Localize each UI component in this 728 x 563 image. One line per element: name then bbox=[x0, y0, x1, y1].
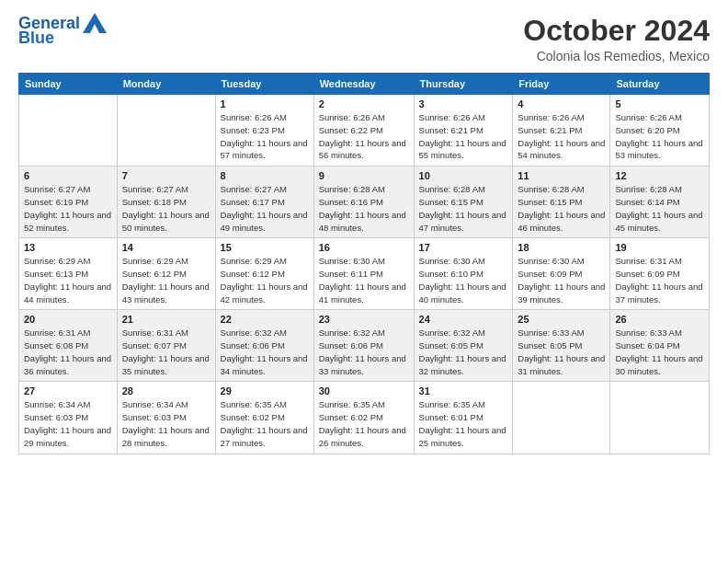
day-number: 19 bbox=[615, 242, 704, 253]
calendar-cell: 29Sunrise: 6:35 AM Sunset: 6:02 PM Dayli… bbox=[215, 382, 313, 454]
header-cell: Thursday bbox=[414, 74, 513, 95]
calendar-cell: 17Sunrise: 6:30 AM Sunset: 6:10 PM Dayli… bbox=[414, 238, 513, 310]
title-block: October 2024 Colonia los Remedios, Mexic… bbox=[523, 15, 710, 63]
day-number: 17 bbox=[419, 242, 508, 253]
calendar-cell: 21Sunrise: 6:31 AM Sunset: 6:07 PM Dayli… bbox=[117, 310, 215, 382]
day-number: 25 bbox=[518, 314, 605, 325]
calendar-cell: 5Sunrise: 6:26 AM Sunset: 6:20 PM Daylig… bbox=[610, 95, 710, 167]
calendar-cell: 8Sunrise: 6:27 AM Sunset: 6:17 PM Daylig… bbox=[215, 167, 313, 238]
day-info: Sunrise: 6:34 AM Sunset: 6:03 PM Dayligh… bbox=[24, 398, 112, 449]
calendar-cell: 19Sunrise: 6:31 AM Sunset: 6:09 PM Dayli… bbox=[610, 238, 710, 310]
day-info: Sunrise: 6:27 AM Sunset: 6:18 PM Dayligh… bbox=[122, 183, 210, 234]
calendar-cell: 18Sunrise: 6:30 AM Sunset: 6:09 PM Dayli… bbox=[513, 238, 610, 310]
logo-icon bbox=[83, 13, 107, 33]
day-info: Sunrise: 6:29 AM Sunset: 6:12 PM Dayligh… bbox=[221, 255, 309, 305]
day-number: 11 bbox=[518, 170, 605, 181]
day-info: Sunrise: 6:33 AM Sunset: 6:04 PM Dayligh… bbox=[615, 327, 704, 377]
day-info: Sunrise: 6:28 AM Sunset: 6:14 PM Dayligh… bbox=[615, 183, 704, 234]
day-info: Sunrise: 6:26 AM Sunset: 6:21 PM Dayligh… bbox=[518, 111, 605, 162]
day-number: 16 bbox=[319, 242, 409, 253]
day-number: 28 bbox=[122, 385, 210, 396]
day-info: Sunrise: 6:28 AM Sunset: 6:16 PM Dayligh… bbox=[319, 183, 409, 234]
day-number: 20 bbox=[24, 314, 112, 325]
day-number: 27 bbox=[24, 385, 112, 396]
calendar-cell: 1Sunrise: 6:26 AM Sunset: 6:23 PM Daylig… bbox=[215, 95, 313, 167]
calendar-cell: 23Sunrise: 6:32 AM Sunset: 6:06 PM Dayli… bbox=[313, 310, 414, 382]
day-number: 3 bbox=[419, 98, 508, 109]
calendar-row: 27Sunrise: 6:34 AM Sunset: 6:03 PM Dayli… bbox=[19, 382, 710, 454]
day-number: 4 bbox=[518, 98, 605, 109]
day-info: Sunrise: 6:26 AM Sunset: 6:23 PM Dayligh… bbox=[221, 111, 309, 162]
day-number: 15 bbox=[221, 242, 309, 253]
day-info: Sunrise: 6:35 AM Sunset: 6:02 PM Dayligh… bbox=[221, 398, 309, 449]
month-title: October 2024 bbox=[523, 15, 710, 47]
page: General Blue October 2024 Colonia los Re… bbox=[0, 0, 728, 563]
calendar-cell: 4Sunrise: 6:26 AM Sunset: 6:21 PM Daylig… bbox=[513, 95, 610, 167]
calendar-cell: 22Sunrise: 6:32 AM Sunset: 6:06 PM Dayli… bbox=[215, 310, 313, 382]
calendar-cell: 11Sunrise: 6:28 AM Sunset: 6:15 PM Dayli… bbox=[513, 167, 610, 238]
calendar-row: 20Sunrise: 6:31 AM Sunset: 6:08 PM Dayli… bbox=[19, 310, 710, 382]
day-info: Sunrise: 6:30 AM Sunset: 6:09 PM Dayligh… bbox=[518, 255, 605, 305]
day-info: Sunrise: 6:28 AM Sunset: 6:15 PM Dayligh… bbox=[518, 183, 605, 234]
day-info: Sunrise: 6:32 AM Sunset: 6:06 PM Dayligh… bbox=[319, 327, 409, 377]
calendar-row: 6Sunrise: 6:27 AM Sunset: 6:19 PM Daylig… bbox=[19, 167, 710, 238]
day-number: 2 bbox=[319, 98, 409, 109]
day-info: Sunrise: 6:27 AM Sunset: 6:19 PM Dayligh… bbox=[24, 183, 112, 234]
day-number: 9 bbox=[319, 170, 409, 181]
day-info: Sunrise: 6:27 AM Sunset: 6:17 PM Dayligh… bbox=[221, 183, 309, 234]
day-number: 21 bbox=[122, 314, 210, 325]
calendar-cell bbox=[610, 382, 710, 454]
day-number: 26 bbox=[615, 314, 704, 325]
day-number: 31 bbox=[419, 385, 508, 396]
day-number: 1 bbox=[221, 98, 309, 109]
day-info: Sunrise: 6:32 AM Sunset: 6:06 PM Dayligh… bbox=[221, 327, 309, 377]
calendar-cell: 7Sunrise: 6:27 AM Sunset: 6:18 PM Daylig… bbox=[117, 167, 215, 238]
calendar-cell: 30Sunrise: 6:35 AM Sunset: 6:02 PM Dayli… bbox=[313, 382, 414, 454]
calendar-cell: 15Sunrise: 6:29 AM Sunset: 6:12 PM Dayli… bbox=[215, 238, 313, 310]
day-info: Sunrise: 6:29 AM Sunset: 6:13 PM Dayligh… bbox=[24, 255, 112, 305]
header-cell: Monday bbox=[117, 74, 215, 95]
calendar-cell: 16Sunrise: 6:30 AM Sunset: 6:11 PM Dayli… bbox=[313, 238, 414, 310]
day-info: Sunrise: 6:31 AM Sunset: 6:08 PM Dayligh… bbox=[24, 327, 112, 377]
day-number: 10 bbox=[419, 170, 508, 181]
calendar-row: 13Sunrise: 6:29 AM Sunset: 6:13 PM Dayli… bbox=[19, 238, 710, 310]
day-info: Sunrise: 6:30 AM Sunset: 6:10 PM Dayligh… bbox=[419, 255, 508, 305]
day-number: 22 bbox=[221, 314, 309, 325]
day-info: Sunrise: 6:29 AM Sunset: 6:12 PM Dayligh… bbox=[122, 255, 210, 305]
calendar-cell bbox=[513, 382, 610, 454]
day-info: Sunrise: 6:35 AM Sunset: 6:02 PM Dayligh… bbox=[319, 398, 409, 449]
header-cell: Friday bbox=[513, 74, 610, 95]
calendar-cell: 3Sunrise: 6:26 AM Sunset: 6:21 PM Daylig… bbox=[414, 95, 513, 167]
header-cell: Tuesday bbox=[215, 74, 313, 95]
calendar-row: 1Sunrise: 6:26 AM Sunset: 6:23 PM Daylig… bbox=[19, 95, 710, 167]
calendar-cell: 20Sunrise: 6:31 AM Sunset: 6:08 PM Dayli… bbox=[19, 310, 118, 382]
day-number: 18 bbox=[518, 242, 605, 253]
day-number: 29 bbox=[221, 385, 309, 396]
day-number: 6 bbox=[24, 170, 112, 181]
day-info: Sunrise: 6:26 AM Sunset: 6:22 PM Dayligh… bbox=[319, 111, 409, 162]
header-cell: Wednesday bbox=[313, 74, 414, 95]
header-cell: Sunday bbox=[19, 74, 118, 95]
calendar: SundayMondayTuesdayWednesdayThursdayFrid… bbox=[18, 73, 710, 454]
location: Colonia los Remedios, Mexico bbox=[523, 49, 710, 63]
calendar-cell bbox=[19, 95, 118, 167]
day-info: Sunrise: 6:31 AM Sunset: 6:07 PM Dayligh… bbox=[122, 327, 210, 377]
day-number: 24 bbox=[419, 314, 508, 325]
calendar-cell: 2Sunrise: 6:26 AM Sunset: 6:22 PM Daylig… bbox=[313, 95, 414, 167]
day-number: 7 bbox=[122, 170, 210, 181]
day-info: Sunrise: 6:26 AM Sunset: 6:21 PM Dayligh… bbox=[419, 111, 508, 162]
calendar-cell bbox=[117, 95, 215, 167]
calendar-cell: 25Sunrise: 6:33 AM Sunset: 6:05 PM Dayli… bbox=[513, 310, 610, 382]
day-info: Sunrise: 6:34 AM Sunset: 6:03 PM Dayligh… bbox=[122, 398, 210, 449]
day-number: 8 bbox=[221, 170, 309, 181]
header-cell: Saturday bbox=[610, 74, 710, 95]
calendar-cell: 27Sunrise: 6:34 AM Sunset: 6:03 PM Dayli… bbox=[19, 382, 118, 454]
calendar-cell: 14Sunrise: 6:29 AM Sunset: 6:12 PM Dayli… bbox=[117, 238, 215, 310]
calendar-cell: 31Sunrise: 6:35 AM Sunset: 6:01 PM Dayli… bbox=[414, 382, 513, 454]
day-number: 23 bbox=[319, 314, 409, 325]
calendar-cell: 10Sunrise: 6:28 AM Sunset: 6:15 PM Dayli… bbox=[414, 167, 513, 238]
calendar-cell: 26Sunrise: 6:33 AM Sunset: 6:04 PM Dayli… bbox=[610, 310, 710, 382]
day-number: 13 bbox=[24, 242, 112, 253]
day-info: Sunrise: 6:26 AM Sunset: 6:20 PM Dayligh… bbox=[615, 111, 704, 162]
calendar-cell: 28Sunrise: 6:34 AM Sunset: 6:03 PM Dayli… bbox=[117, 382, 215, 454]
